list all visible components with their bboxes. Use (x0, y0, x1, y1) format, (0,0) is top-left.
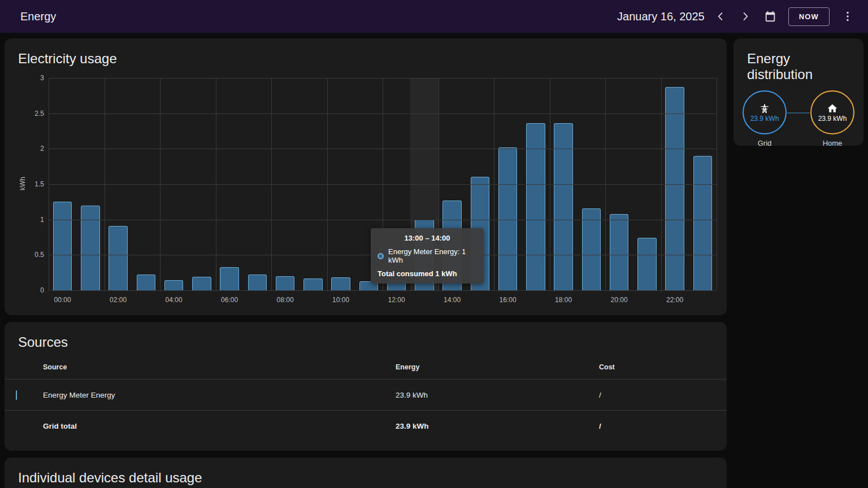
next-date-button[interactable] (733, 4, 758, 29)
bar-rect (248, 274, 267, 290)
y-axis-tick-label: 3 (40, 74, 44, 82)
bar-rect (137, 274, 155, 290)
app-header: Energy January 16, 2025 NOW (0, 0, 868, 33)
now-button[interactable]: NOW (788, 7, 830, 26)
bar-rect (53, 202, 72, 290)
chevron-right-icon (739, 10, 752, 23)
table-row[interactable]: Energy Meter Energy 23.9 kWh / (5, 380, 727, 411)
gridline-vertical (49, 78, 49, 290)
grid-energy-value: 23.9 kWh (750, 115, 779, 123)
sources-table-header: Source Energy Cost (5, 355, 727, 380)
tooltip-series-row: Energy Meter Energy: 1 kWh (377, 247, 477, 264)
left-column: Electricity usage kWh 00.511.522.53 13:0… (5, 38, 727, 488)
x-axis-tick-label: 20:00 (611, 296, 628, 304)
electricity-usage-card: Electricity usage kWh 00.511.522.53 13:0… (5, 38, 727, 315)
chevron-left-icon (714, 10, 727, 23)
grid-circle: 23.9 kWh (743, 90, 787, 134)
grid-total-cost: / (599, 422, 727, 430)
overflow-menu-button[interactable] (835, 4, 860, 29)
date-label: January 16, 2025 (617, 10, 705, 23)
energy-distribution-title: Energy distribution (734, 38, 863, 87)
grid-label: Grid (758, 139, 772, 147)
bar-rect (108, 226, 127, 290)
right-column: Energy distribution 23.9 kWh (734, 38, 863, 488)
home-energy-value: 23.9 kWh (818, 115, 847, 123)
individual-devices-card: Individual devices detail usage (5, 457, 727, 488)
home-node[interactable]: 23.9 kWh Home (810, 90, 855, 147)
page-title: Energy (20, 10, 56, 23)
y-axis-tick-label: 1 (40, 216, 44, 224)
column-energy: Energy (396, 363, 599, 371)
gridline-vertical (717, 78, 717, 290)
bar-rect (610, 214, 628, 290)
energy-distribution-card: Energy distribution 23.9 kWh (734, 38, 863, 146)
bar-rect (81, 206, 99, 290)
series-dot-icon (377, 253, 384, 259)
gridline-vertical (105, 78, 105, 290)
sources-title: Sources (5, 322, 727, 355)
x-axis-tick-label: 08:00 (277, 296, 294, 304)
kebab-menu-icon (841, 10, 854, 23)
chart-plot-area[interactable]: 13:00 – 14:00 Energy Meter Energy: 1 kWh… (49, 78, 717, 290)
grid-node[interactable]: 23.9 kWh Grid (742, 90, 787, 147)
bar-rect (693, 156, 712, 290)
tooltip-series-value: Energy Meter Energy: 1 kWh (388, 247, 477, 264)
bar-rect (665, 87, 684, 290)
series-color-swatch (16, 390, 17, 400)
home-circle: 23.9 kWh (810, 90, 854, 134)
gridline-vertical (271, 78, 272, 290)
home-icon (827, 103, 838, 114)
gridline-vertical (160, 78, 160, 290)
grid-home-flow-line (787, 112, 810, 114)
x-axis-tick-label: 10:00 (332, 296, 349, 304)
table-row-total: Grid total 23.9 kWh / (5, 411, 727, 442)
bar-rect (637, 238, 656, 290)
gridline-vertical (661, 78, 662, 290)
source-cost: / (599, 391, 727, 399)
y-axis-tick-label: 2.5 (34, 110, 44, 117)
bar-rect (303, 278, 322, 290)
bar-rect (220, 267, 238, 290)
source-energy: 23.9 kWh (396, 391, 599, 399)
bar-rect (164, 280, 183, 290)
individual-devices-title: Individual devices detail usage (5, 457, 727, 488)
column-source: Source (43, 363, 396, 371)
x-axis-tick-label: 16:00 (500, 296, 517, 304)
home-label: Home (823, 139, 843, 147)
y-axis-tick-label: 0.5 (34, 251, 44, 259)
gridline-vertical (494, 78, 494, 290)
previous-date-button[interactable] (708, 4, 733, 29)
distribution-diagram: 23.9 kWh Grid 23.9 kWh Home (734, 90, 863, 147)
x-axis-tick-label: 02:00 (110, 296, 127, 304)
electricity-usage-title: Electricity usage (5, 38, 727, 71)
chart-tooltip: 13:00 – 14:00 Energy Meter Energy: 1 kWh… (371, 228, 484, 284)
bar-rect (331, 277, 350, 290)
x-axis-tick-label: 12:00 (388, 296, 405, 304)
row-swatch-cell (5, 391, 43, 399)
gridline-vertical (550, 78, 550, 290)
gridline-vertical (605, 78, 606, 290)
grid-total-energy: 23.9 kWh (396, 422, 599, 430)
x-axis-tick-label: 22:00 (666, 296, 683, 304)
source-name: Energy Meter Energy (43, 391, 396, 399)
column-cost: Cost (599, 363, 727, 371)
gridline-vertical (216, 78, 216, 290)
x-axis-tick-label: 00:00 (54, 296, 71, 304)
bar-rect (498, 147, 517, 290)
y-axis-tick-label: 0 (40, 286, 44, 294)
y-axis-tick-label: 1.5 (34, 180, 44, 188)
bar-rect (192, 277, 211, 290)
y-axis-tick-label: 2 (40, 145, 44, 152)
x-axis-tick-label: 18:00 (555, 296, 572, 304)
x-axis-tick-label: 14:00 (444, 296, 461, 304)
calendar-icon (764, 10, 776, 23)
gridline-vertical (327, 78, 328, 290)
y-axis-ticks: 00.511.522.53 (15, 78, 44, 290)
electricity-chart: kWh 00.511.522.53 13:00 – 14:00 Energy M… (15, 78, 717, 311)
date-picker-button[interactable] (758, 4, 783, 29)
bar-rect (582, 208, 601, 290)
gridline-horizontal (49, 290, 717, 291)
x-axis-tick-label: 06:00 (221, 296, 238, 304)
grid-total-label: Grid total (43, 422, 396, 430)
tooltip-total: Total consumed 1 kWh (377, 269, 477, 278)
